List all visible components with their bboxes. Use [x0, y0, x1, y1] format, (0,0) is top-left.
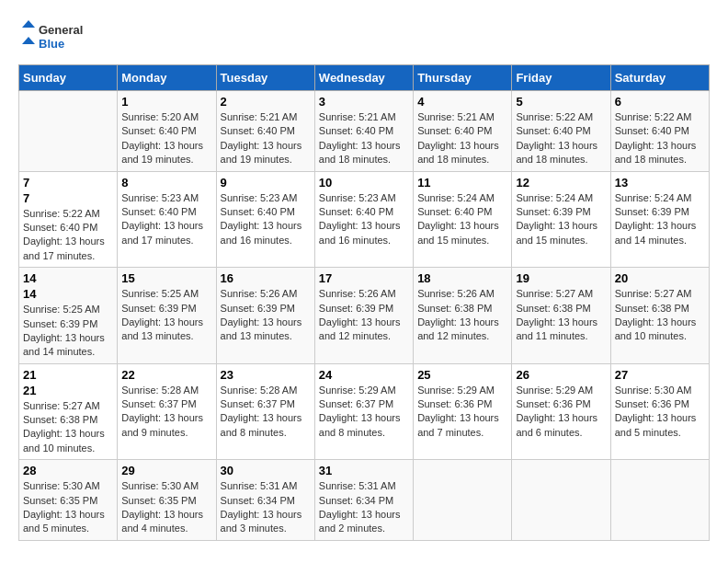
day-info: Sunrise: 5:21 AM Sunset: 6:40 PM Dayligh… [221, 110, 311, 167]
day-number: 6 [615, 95, 705, 109]
day-number: 24 [319, 368, 409, 382]
day-number: 25 [417, 368, 507, 382]
day-number: 9 [221, 176, 311, 190]
day-number: 14 [23, 287, 113, 301]
day-info: Sunrise: 5:29 AM Sunset: 6:37 PM Dayligh… [319, 384, 409, 441]
day-number: 4 [417, 95, 507, 109]
day-info: Sunrise: 5:24 AM Sunset: 6:39 PM Dayligh… [615, 191, 705, 248]
calendar-cell: 5Sunrise: 5:22 AM Sunset: 6:40 PM Daylig… [512, 91, 610, 172]
calendar-table: SundayMondayTuesdayWednesdayThursdayFrid… [18, 64, 710, 541]
calendar-cell: 31Sunrise: 5:31 AM Sunset: 6:34 PM Dayli… [314, 460, 413, 541]
day-info: Sunrise: 5:24 AM Sunset: 6:39 PM Dayligh… [516, 191, 606, 248]
day-info: Sunrise: 5:26 AM Sunset: 6:38 PM Dayligh… [417, 287, 507, 344]
calendar-cell: 3Sunrise: 5:21 AM Sunset: 6:40 PM Daylig… [314, 91, 413, 172]
day-number: 16 [221, 271, 311, 285]
calendar-cell: 28Sunrise: 5:30 AM Sunset: 6:35 PM Dayli… [19, 460, 118, 541]
day-number: 18 [417, 271, 507, 285]
svg-marker-2 [22, 20, 35, 28]
weekday-header-saturday: Saturday [610, 65, 709, 91]
calendar-cell: 16Sunrise: 5:26 AM Sunset: 6:39 PM Dayli… [216, 268, 314, 364]
calendar-cell: 26Sunrise: 5:29 AM Sunset: 6:36 PM Dayli… [512, 363, 610, 460]
day-number: 15 [121, 271, 211, 285]
day-info: Sunrise: 5:28 AM Sunset: 6:37 PM Dayligh… [221, 384, 311, 441]
calendar-cell: 12Sunrise: 5:24 AM Sunset: 6:39 PM Dayli… [512, 171, 610, 268]
calendar-cell: 19Sunrise: 5:27 AM Sunset: 6:38 PM Dayli… [512, 268, 610, 364]
calendar-cell: 27Sunrise: 5:30 AM Sunset: 6:36 PM Dayli… [610, 363, 709, 460]
calendar-cell [414, 460, 512, 541]
day-info: Sunrise: 5:24 AM Sunset: 6:40 PM Dayligh… [417, 191, 507, 248]
day-info: Sunrise: 5:29 AM Sunset: 6:36 PM Dayligh… [417, 384, 507, 441]
day-number: 23 [221, 368, 311, 382]
day-info: Sunrise: 5:23 AM Sunset: 6:40 PM Dayligh… [121, 191, 211, 248]
day-number: 5 [516, 95, 606, 109]
calendar-cell: 30Sunrise: 5:31 AM Sunset: 6:34 PM Dayli… [216, 460, 314, 541]
svg-marker-3 [22, 37, 35, 44]
calendar-cell: 77Sunrise: 5:22 AM Sunset: 6:40 PM Dayli… [19, 171, 118, 268]
calendar-cell: 22Sunrise: 5:28 AM Sunset: 6:37 PM Dayli… [118, 363, 216, 460]
calendar-cell: 6Sunrise: 5:22 AM Sunset: 6:40 PM Daylig… [610, 91, 709, 172]
day-info: Sunrise: 5:23 AM Sunset: 6:40 PM Dayligh… [319, 191, 409, 248]
week-row-4: 2121Sunrise: 5:27 AM Sunset: 6:38 PM Day… [19, 363, 710, 460]
calendar-cell [19, 91, 118, 172]
calendar-cell: 1Sunrise: 5:20 AM Sunset: 6:40 PM Daylig… [118, 91, 216, 172]
weekday-header-sunday: Sunday [19, 65, 118, 91]
calendar-cell: 2121Sunrise: 5:27 AM Sunset: 6:38 PM Day… [19, 363, 118, 460]
calendar-cell [512, 460, 610, 541]
day-number: 26 [516, 368, 606, 382]
day-number: 27 [615, 368, 705, 382]
svg-text:General: General [39, 23, 83, 37]
day-info: Sunrise: 5:26 AM Sunset: 6:39 PM Dayligh… [221, 287, 311, 344]
day-number: 30 [221, 464, 311, 477]
logo: General Blue [18, 18, 92, 55]
day-info: Sunrise: 5:29 AM Sunset: 6:36 PM Dayligh… [516, 384, 606, 441]
day-info: Sunrise: 5:28 AM Sunset: 6:37 PM Dayligh… [121, 384, 211, 441]
calendar-cell: 29Sunrise: 5:30 AM Sunset: 6:35 PM Dayli… [118, 460, 216, 541]
day-info: Sunrise: 5:20 AM Sunset: 6:40 PM Dayligh… [121, 110, 211, 167]
day-number: 12 [516, 176, 606, 190]
weekday-header-row: SundayMondayTuesdayWednesdayThursdayFrid… [19, 65, 710, 91]
day-number: 11 [417, 176, 507, 190]
calendar-cell: 25Sunrise: 5:29 AM Sunset: 6:36 PM Dayli… [414, 363, 512, 460]
logo-svg: General Blue [18, 18, 92, 55]
day-number: 22 [121, 368, 211, 382]
calendar-cell: 17Sunrise: 5:26 AM Sunset: 6:39 PM Dayli… [314, 268, 413, 364]
calendar-cell: 9Sunrise: 5:23 AM Sunset: 6:40 PM Daylig… [216, 171, 314, 268]
day-info: Sunrise: 5:21 AM Sunset: 6:40 PM Dayligh… [417, 110, 507, 167]
calendar-cell: 1414Sunrise: 5:25 AM Sunset: 6:39 PM Day… [19, 268, 118, 364]
calendar-cell [610, 460, 709, 541]
day-number: 21 [23, 368, 113, 382]
day-info: Sunrise: 5:22 AM Sunset: 6:40 PM Dayligh… [23, 207, 113, 264]
calendar-cell: 15Sunrise: 5:25 AM Sunset: 6:39 PM Dayli… [118, 268, 216, 364]
week-row-5: 28Sunrise: 5:30 AM Sunset: 6:35 PM Dayli… [19, 460, 710, 541]
week-row-2: 77Sunrise: 5:22 AM Sunset: 6:40 PM Dayli… [19, 171, 710, 268]
day-info: Sunrise: 5:30 AM Sunset: 6:36 PM Dayligh… [615, 384, 705, 441]
day-info: Sunrise: 5:26 AM Sunset: 6:39 PM Dayligh… [319, 287, 409, 344]
day-number: 19 [516, 271, 606, 285]
calendar-cell: 11Sunrise: 5:24 AM Sunset: 6:40 PM Dayli… [414, 171, 512, 268]
day-number: 7 [23, 191, 113, 205]
day-number: 10 [319, 176, 409, 190]
day-number: 29 [121, 464, 211, 477]
day-number: 8 [121, 176, 211, 190]
weekday-header-thursday: Thursday [414, 65, 512, 91]
day-number: 20 [615, 271, 705, 285]
weekday-header-wednesday: Wednesday [314, 65, 413, 91]
weekday-header-friday: Friday [512, 65, 610, 91]
day-info: Sunrise: 5:22 AM Sunset: 6:40 PM Dayligh… [516, 110, 606, 167]
day-info: Sunrise: 5:27 AM Sunset: 6:38 PM Dayligh… [516, 287, 606, 344]
day-info: Sunrise: 5:30 AM Sunset: 6:35 PM Dayligh… [121, 479, 211, 536]
calendar-cell: 18Sunrise: 5:26 AM Sunset: 6:38 PM Dayli… [414, 268, 512, 364]
calendar-cell: 23Sunrise: 5:28 AM Sunset: 6:37 PM Dayli… [216, 363, 314, 460]
day-info: Sunrise: 5:21 AM Sunset: 6:40 PM Dayligh… [319, 110, 409, 167]
day-number: 13 [615, 176, 705, 190]
day-number: 31 [319, 464, 409, 477]
day-info: Sunrise: 5:22 AM Sunset: 6:40 PM Dayligh… [615, 110, 705, 167]
day-number: 28 [23, 464, 113, 477]
day-number: 7 [23, 176, 113, 190]
day-number: 17 [319, 271, 409, 285]
day-info: Sunrise: 5:31 AM Sunset: 6:34 PM Dayligh… [319, 479, 409, 536]
calendar-cell: 10Sunrise: 5:23 AM Sunset: 6:40 PM Dayli… [314, 171, 413, 268]
calendar-cell: 13Sunrise: 5:24 AM Sunset: 6:39 PM Dayli… [610, 171, 709, 268]
day-number: 14 [23, 271, 113, 285]
day-number: 1 [121, 95, 211, 109]
